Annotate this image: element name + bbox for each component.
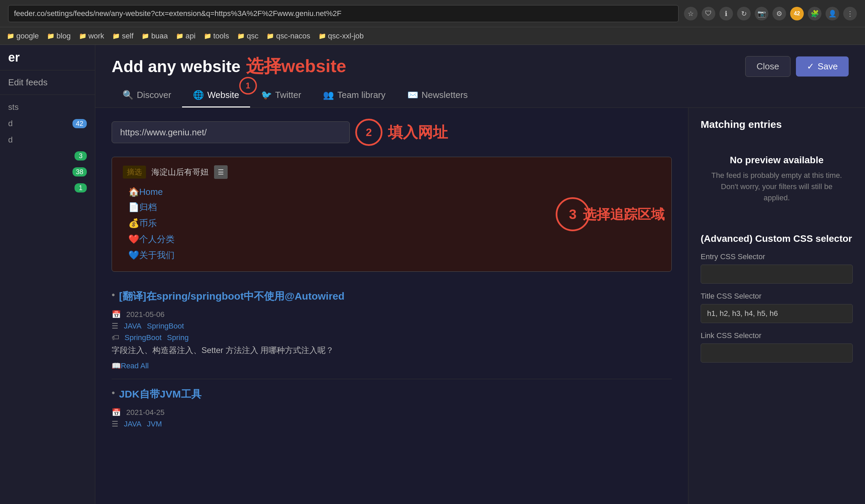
sidebar-item-d2[interactable]: d — [0, 132, 95, 148]
app-logo: er — [0, 45, 95, 70]
globe-icon: 🌐 — [193, 90, 204, 100]
nav-link-coins[interactable]: 💰币乐 — [128, 218, 157, 228]
save-button[interactable]: ✓ Save — [796, 57, 849, 77]
list-icon: ☰ — [112, 420, 118, 429]
profile-icon[interactable]: 👤 — [826, 7, 839, 20]
nav-link-about[interactable]: 💙关于我们 — [128, 250, 175, 260]
browser-icons: ☆ 🛡 ℹ ↻ 📷 ⚙ 42 🧩 👤 ⋮ — [684, 7, 857, 20]
article-title-2[interactable]: JDK自带JVM工具 — [119, 387, 201, 401]
article-title-1[interactable]: [翻译]在spring/springboot中不使用@Autowired — [119, 290, 345, 303]
tab-discover-label: Discover — [137, 90, 171, 100]
tab-newsletters[interactable]: ✉️ Newsletters — [396, 84, 479, 107]
mail-icon: ✉️ — [407, 90, 418, 100]
info-icon[interactable]: ℹ — [719, 7, 733, 20]
tag-jvm[interactable]: JVM — [147, 420, 162, 429]
tag-springboot-cat[interactable]: SpringBoot — [147, 322, 184, 330]
tag-spring[interactable]: Spring — [167, 333, 189, 342]
calendar-icon: 📅 — [112, 408, 121, 417]
address-bar[interactable]: feeder.co/settings/feeds/new/any-website… — [8, 5, 679, 22]
nav-link-home[interactable]: 🏠Home — [128, 187, 163, 197]
tab-twitter[interactable]: 🐦 Twitter — [250, 84, 312, 107]
bookmark-label: qsc-nacos — [276, 32, 310, 40]
sidebar-item-38[interactable]: 38 — [0, 164, 95, 180]
url-input[interactable] — [112, 121, 350, 143]
url-input-row: 2 填入网址 — [112, 119, 672, 146]
article-desc-1: 字段注入、构造器注入、Setter 方法注入 用哪种方式注入呢？ — [112, 345, 672, 356]
tab-website[interactable]: 🌐 Website 1 — [182, 84, 250, 107]
url-annotation-text: 填入网址 — [388, 122, 448, 142]
list-icon: ☰ — [112, 322, 118, 330]
tag-icon: 🏷 — [112, 333, 119, 342]
sidebar-item-3[interactable]: 3 — [0, 148, 95, 164]
article-title-row-2: • JDK自带JVM工具 — [112, 387, 672, 406]
sidebar-item-sts[interactable]: sts — [0, 99, 95, 115]
folder-icon: 📁 — [237, 32, 245, 40]
list-item: 🏠Home — [128, 184, 660, 199]
puzzle-icon[interactable]: 🧩 — [808, 7, 821, 20]
advanced-section: (Advanced) Custom CSS selector Entry CSS… — [701, 233, 853, 371]
menu-icon[interactable]: ⋮ — [843, 7, 857, 20]
preview-box-header: 摘选 海淀山后有哥妞 ☰ — [123, 165, 660, 179]
website-preview-box: 摘选 海淀山后有哥妞 ☰ 🏠Home 📄归档 💰币乐 ❤️个人分类 💙关于我们 … — [112, 157, 672, 272]
article-entry-2: • JDK自带JVM工具 📅 2021-04-25 ☰ JAVA JVM — [112, 379, 672, 439]
tag-java-2[interactable]: JAVA — [124, 420, 141, 429]
article-title-row: • [翻译]在spring/springboot中不使用@Autowired — [112, 290, 672, 307]
sidebar-item-label: d — [8, 119, 13, 128]
sidebar-item-d1[interactable]: d 42 — [0, 115, 95, 132]
bookmark-label: tools — [214, 32, 229, 40]
bookmark-label: blog — [57, 32, 71, 40]
folder-icon: 📁 — [204, 32, 211, 40]
bookmark-label: buaa — [151, 32, 168, 40]
tab-team-library[interactable]: 👥 Team library — [312, 84, 396, 107]
tag-java[interactable]: JAVA — [124, 322, 141, 330]
folder-icon: 📁 — [266, 32, 274, 40]
shield-icon[interactable]: 🛡 — [702, 7, 715, 20]
article-date-1: 2021-05-06 — [126, 310, 165, 319]
close-button[interactable]: Close — [745, 56, 790, 77]
bookmark-qsc-xxl-job[interactable]: 📁 qsc-xxl-job — [319, 32, 364, 40]
bullet-icon: • — [112, 387, 115, 398]
tab-discover[interactable]: 🔍 Discover — [112, 84, 182, 107]
nav-link-archive[interactable]: 📄归档 — [128, 202, 157, 212]
right-panel: Matching entries No preview available Th… — [688, 108, 865, 504]
folder-icon: 📁 — [7, 32, 14, 40]
title-css-label: Title CSS Selector — [701, 292, 853, 301]
preview-site-name: 海淀山后有哥妞 — [151, 167, 209, 177]
hamburger-icon[interactable]: ☰ — [214, 165, 228, 179]
bookmark-qsc[interactable]: 📁 qsc — [237, 32, 258, 40]
area-annotation-text: 选择追踪区域 — [583, 205, 665, 224]
article-meta-2: 📅 2021-04-25 — [112, 408, 672, 417]
refresh-icon[interactable]: ↻ — [737, 7, 751, 20]
nav-link-personal[interactable]: ❤️个人分类 — [128, 234, 175, 244]
bookmark-buaa[interactable]: 📁 buaa — [141, 32, 168, 40]
content-area: Add any website 选择website Close ✓ Save 🔍… — [95, 45, 865, 504]
tag-springboot[interactable]: SpringBoot — [125, 333, 162, 342]
bookmark-self[interactable]: 📁 self — [112, 32, 134, 40]
checkmark-icon: ✓ — [807, 61, 814, 72]
bookmark-qsc-nacos[interactable]: 📁 qsc-nacos — [266, 32, 310, 40]
sidebar-section: sts d 42 d 3 38 1 — [0, 95, 95, 200]
entry-css-input[interactable] — [701, 265, 853, 284]
read-all-link-1[interactable]: 📖Read All — [112, 362, 149, 370]
sidebar-item-label: sts — [8, 102, 19, 112]
twitter-icon: 🐦 — [261, 90, 272, 100]
tab-newsletters-label: Newsletters — [422, 90, 468, 100]
main-layout: er Edit feeds sts d 42 d 3 38 1 — [0, 45, 865, 504]
folder-icon: 📁 — [112, 32, 120, 40]
title-css-input[interactable] — [701, 304, 853, 323]
folder-icon: 📁 — [79, 32, 86, 40]
link-css-input[interactable] — [701, 343, 853, 363]
panel-body: 2 填入网址 摘选 海淀山后有哥妞 ☰ 🏠Home 📄归档 💰币乐 ❤️个人分类 — [95, 108, 865, 504]
settings-icon[interactable]: ⚙ — [772, 7, 786, 20]
bookmark-blog[interactable]: 📁 blog — [47, 32, 71, 40]
bookmark-icon[interactable]: ☆ — [684, 7, 697, 20]
folder-icon: 📁 — [47, 32, 55, 40]
bookmark-work[interactable]: 📁 work — [79, 32, 104, 40]
camera-icon[interactable]: 📷 — [755, 7, 768, 20]
bookmark-google[interactable]: 📁 google — [7, 32, 39, 40]
extension-badge[interactable]: 42 — [790, 7, 804, 20]
sidebar-item-1[interactable]: 1 — [0, 180, 95, 196]
advanced-title: (Advanced) Custom CSS selector — [701, 233, 853, 244]
bookmark-api[interactable]: 📁 api — [176, 32, 195, 40]
bookmark-tools[interactable]: 📁 tools — [204, 32, 229, 40]
